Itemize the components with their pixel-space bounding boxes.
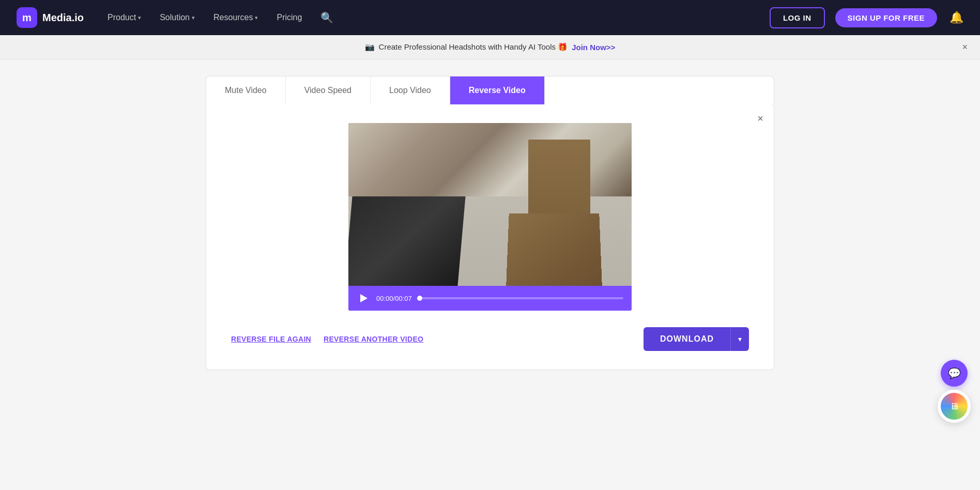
banner-close-button[interactable]: × bbox=[962, 42, 968, 53]
video-controls: 00:00/00:07 bbox=[348, 286, 632, 311]
chat-widget-button[interactable]: 💬 bbox=[941, 360, 968, 387]
logo[interactable]: m Media.io bbox=[17, 7, 84, 28]
promo-banner: 📷 Create Professional Headshots with Han… bbox=[0, 35, 980, 59]
video-wrapper: 00:00/00:07 bbox=[231, 123, 749, 311]
bell-icon: 🔔 bbox=[950, 11, 963, 24]
nav-solution[interactable]: Solution ▾ bbox=[152, 9, 202, 26]
download-dropdown-button[interactable]: ▾ bbox=[730, 327, 749, 351]
video-dark-object bbox=[348, 196, 466, 286]
video-frame bbox=[348, 123, 632, 286]
tab-video-speed[interactable]: Video Speed bbox=[286, 76, 371, 104]
action-row: REVERSE FILE AGAIN REVERSE ANOTHER VIDEO… bbox=[231, 327, 749, 351]
chat-icon: 💬 bbox=[948, 367, 961, 379]
solution-chevron-icon: ▾ bbox=[192, 14, 195, 21]
notifications-button[interactable]: 🔔 bbox=[950, 11, 963, 24]
tabs-bar: Mute Video Video Speed Loop Video Revers… bbox=[206, 76, 774, 104]
tab-mute-video[interactable]: Mute Video bbox=[206, 76, 286, 104]
logo-text: Media.io bbox=[42, 12, 84, 24]
download-chevron-icon: ▾ bbox=[738, 335, 742, 343]
monitor-icon: 🖥 bbox=[950, 401, 959, 412]
reverse-another-video-button[interactable]: REVERSE ANOTHER VIDEO bbox=[324, 335, 423, 343]
logo-icon: m bbox=[17, 7, 37, 28]
ai-icon: 🖥 bbox=[941, 393, 968, 420]
ai-assistant-button[interactable]: 🖥 bbox=[938, 390, 971, 423]
tool-container: Mute Video Video Speed Loop Video Revers… bbox=[206, 76, 774, 472]
tool-panel: × 00:00/00:07 bbox=[206, 104, 774, 370]
tab-reverse-video[interactable]: Reverse Video bbox=[450, 76, 545, 104]
play-button[interactable] bbox=[357, 291, 371, 305]
video-player: 00:00/00:07 bbox=[348, 123, 632, 311]
nav-pricing[interactable]: Pricing bbox=[269, 9, 309, 26]
download-button-group: DOWNLOAD ▾ bbox=[644, 327, 749, 351]
tab-loop-video[interactable]: Loop Video bbox=[371, 76, 450, 104]
search-icon: 🔍 bbox=[320, 12, 333, 23]
search-button[interactable]: 🔍 bbox=[313, 7, 341, 28]
progress-bar[interactable] bbox=[417, 297, 623, 299]
reverse-file-again-button[interactable]: REVERSE FILE AGAIN bbox=[231, 335, 311, 343]
banner-emoji: 📷 bbox=[365, 42, 375, 52]
time-display: 00:00/00:07 bbox=[376, 295, 412, 302]
video-table-decoration bbox=[528, 140, 590, 237]
login-button[interactable]: LOG IN bbox=[770, 7, 825, 28]
resources-chevron-icon: ▾ bbox=[255, 14, 258, 21]
play-icon bbox=[360, 294, 368, 302]
main-content: Mute Video Video Speed Loop Video Revers… bbox=[0, 59, 980, 488]
banner-link[interactable]: Join Now>> bbox=[572, 43, 615, 52]
banner-text: Create Professional Headshots with Handy… bbox=[379, 42, 568, 52]
product-chevron-icon: ▾ bbox=[138, 14, 141, 21]
panel-close-button[interactable]: × bbox=[757, 113, 763, 125]
download-button[interactable]: DOWNLOAD bbox=[644, 327, 730, 351]
progress-indicator bbox=[417, 296, 422, 301]
signup-button[interactable]: SIGN UP FOR FREE bbox=[835, 8, 937, 27]
nav-product[interactable]: Product ▾ bbox=[100, 9, 148, 26]
navbar: m Media.io Product ▾ Solution ▾ Resource… bbox=[0, 0, 980, 35]
nav-resources[interactable]: Resources ▾ bbox=[206, 9, 265, 26]
